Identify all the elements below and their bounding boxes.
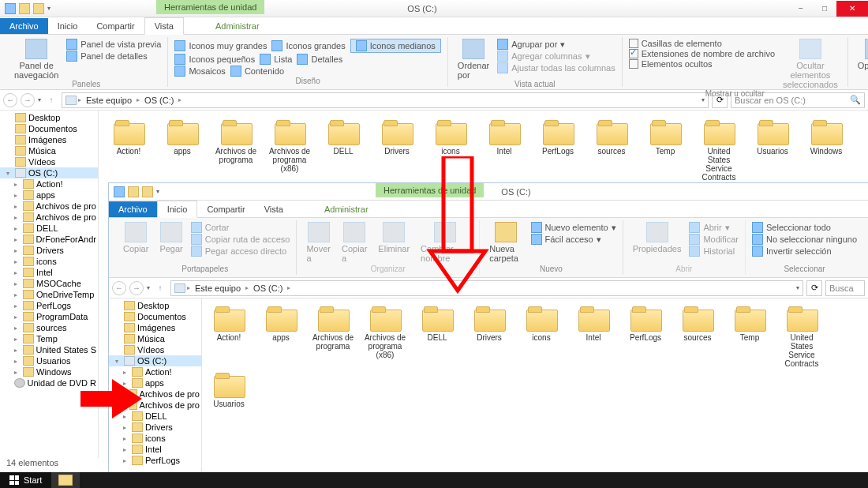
tree-item[interactable]: Unidad de DVD R xyxy=(0,377,98,389)
folder-item[interactable]: PerfLogs xyxy=(623,305,668,368)
back-button[interactable]: ← xyxy=(112,281,126,295)
properties-button[interactable]: Propiedades xyxy=(630,222,685,257)
history-drop-icon[interactable]: ▾ xyxy=(38,96,41,103)
easyaccess-button[interactable]: Fácil acceso ▾ xyxy=(531,234,616,245)
titlebar[interactable]: ▾ Herramientas de unidad OS (C:) − □ ✕ xyxy=(0,0,868,17)
tab-compartir[interactable]: Compartir xyxy=(197,201,254,217)
layout-xl[interactable]: Iconos muy grandes xyxy=(174,39,267,53)
details-pane-button[interactable]: Panel de detalles xyxy=(66,51,161,62)
folder-item[interactable]: Drivers xyxy=(375,118,419,182)
fit-columns-button[interactable]: Ajustar todas las columnas xyxy=(497,62,615,73)
crumb-drive[interactable]: OS (C:) xyxy=(250,283,286,293)
tree-item[interactable]: ▸Archivos de pro xyxy=(0,201,98,212)
nav-tree[interactable]: DesktopDocumentosImágenesMúsicaVídeos▾OS… xyxy=(109,298,202,488)
tree-item[interactable]: ▸apps xyxy=(109,377,201,389)
chk-hidden[interactable]: Elementos ocultos xyxy=(629,59,775,69)
folder-item[interactable]: DELL xyxy=(415,305,459,368)
search-input[interactable]: Busca xyxy=(825,280,865,296)
qat-icon[interactable] xyxy=(142,186,153,197)
invertsel-button[interactable]: Invertir selección xyxy=(752,246,857,257)
chk-extensions[interactable]: Extensiones de nombre de archivo xyxy=(629,49,775,58)
tab-archivo[interactable]: Archivo xyxy=(0,18,48,34)
layout-det[interactable]: Detalles xyxy=(297,54,342,65)
history-drop-icon[interactable]: ▾ xyxy=(147,284,150,291)
layout-mosaic[interactable]: Mosaicos xyxy=(174,66,225,77)
layout-list[interactable]: Lista xyxy=(260,54,292,65)
tab-archivo[interactable]: Archivo xyxy=(109,201,157,217)
tree-item[interactable]: ▸Windows xyxy=(0,366,98,377)
tree-item[interactable]: ▸DrFoneForAndr xyxy=(0,234,98,245)
tree-item[interactable]: Imágenes xyxy=(0,134,98,145)
layout-md[interactable]: Iconos medianos xyxy=(350,39,441,53)
preview-pane-button[interactable]: Panel de vista previa xyxy=(66,39,161,50)
maximize-button[interactable]: □ xyxy=(813,1,836,17)
tree-item[interactable]: Desktop xyxy=(109,300,201,311)
options-button[interactable]: Opciones xyxy=(855,39,868,70)
tree-item[interactable]: ▸United States S xyxy=(0,344,98,355)
tree-item[interactable]: ▸MSOCache xyxy=(0,278,98,289)
qat-props-icon[interactable] xyxy=(19,3,30,14)
tree-item[interactable]: ▸PerfLogs xyxy=(0,300,98,311)
history-button[interactable]: Historial xyxy=(689,246,739,257)
titlebar[interactable]: ▾ Herramientas de unidad OS (C:) xyxy=(109,183,868,201)
forward-button[interactable]: → xyxy=(129,281,144,295)
chk-item-check[interactable]: Casillas de elemento xyxy=(629,39,775,48)
tab-vista[interactable]: Vista xyxy=(144,17,184,35)
layout-sm[interactable]: Iconos pequeños xyxy=(174,54,255,65)
tree-item[interactable]: ▸Temp xyxy=(0,333,98,344)
qat-customize-icon[interactable]: ▾ xyxy=(47,5,51,12)
sort-by-button[interactable]: Ordenar por xyxy=(455,39,492,80)
copypath-button[interactable]: Copiar ruta de acceso xyxy=(191,234,290,245)
tree-item[interactable]: ▸DELL xyxy=(109,411,201,422)
breadcrumb-drop-icon[interactable]: ▾ xyxy=(796,284,799,291)
folder-item[interactable]: Intel xyxy=(482,118,526,182)
tree-item[interactable]: ▸icons xyxy=(109,433,201,444)
folder-item[interactable]: Archivos de programa xyxy=(214,118,258,182)
tree-item[interactable]: Imágenes xyxy=(109,322,201,333)
tree-item[interactable]: ▾OS (C:) xyxy=(0,167,98,178)
tree-item[interactable]: Vídeos xyxy=(109,344,201,355)
open-button[interactable]: Abrir ▾ xyxy=(689,222,739,233)
delete-button[interactable]: Eliminar xyxy=(375,222,413,263)
folder-item[interactable]: United States Service Contracts xyxy=(780,305,824,368)
selectnone-button[interactable]: No seleccionar ninguno xyxy=(752,234,857,245)
crumb-pc[interactable]: Este equipo xyxy=(83,96,135,105)
minimize-button[interactable]: − xyxy=(789,1,813,17)
start-button[interactable]: Start xyxy=(0,472,51,488)
qat-icon[interactable] xyxy=(128,186,139,197)
qat-drop-icon[interactable]: ▾ xyxy=(156,188,159,195)
breadcrumb[interactable]: ▸ Este equipo ▸ OS (C:) ▸ ▾ xyxy=(62,92,709,108)
rename-button[interactable]: Cambiar nombre xyxy=(417,222,473,263)
tree-item[interactable]: ▸Intel xyxy=(109,444,201,455)
tree-item[interactable]: ▸Archivos de pro xyxy=(109,400,201,411)
tab-inicio[interactable]: Inicio xyxy=(157,201,198,218)
tree-item[interactable]: ▸ProgramData xyxy=(0,311,98,322)
folder-item[interactable]: sources xyxy=(675,305,720,368)
tree-item[interactable]: ▸apps xyxy=(0,190,98,201)
tree-item[interactable]: Música xyxy=(0,145,98,156)
tree-item[interactable]: Documentos xyxy=(109,311,201,322)
tree-item[interactable]: ▸Intel xyxy=(0,267,98,278)
layout-lg[interactable]: Iconos grandes xyxy=(271,39,345,53)
crumb-pc[interactable]: Este equipo xyxy=(192,283,244,293)
breadcrumb[interactable]: ▸ Este equipo▸ OS (C:)▸ ▾ xyxy=(170,280,803,296)
folder-item[interactable]: Usuarios xyxy=(750,118,795,182)
cut-button[interactable]: Cortar xyxy=(191,222,290,233)
newfolder-button[interactable]: Nueva carpeta xyxy=(486,222,526,263)
tree-item[interactable]: ▸Archivos de pro xyxy=(0,212,98,223)
close-button[interactable]: ✕ xyxy=(836,1,868,17)
tree-item[interactable]: ▾OS (C:) xyxy=(109,355,201,366)
folder-item[interactable]: Drivers xyxy=(467,305,511,368)
file-grid[interactable]: Action!appsArchivos de programaArchivos … xyxy=(202,298,868,488)
folder-item[interactable]: Temp xyxy=(643,118,687,182)
tree-item[interactable]: ▸icons xyxy=(0,256,98,267)
tab-administrar[interactable]: Administrar xyxy=(206,18,269,34)
folder-item[interactable]: Archivos de programa (x86) xyxy=(363,305,407,368)
folder-item[interactable]: apps xyxy=(259,305,303,368)
folder-item[interactable]: Intel xyxy=(571,305,615,368)
tree-item[interactable]: ▸OneDriveTemp xyxy=(0,289,98,300)
folder-item[interactable]: Windows xyxy=(804,118,848,182)
tree-item[interactable]: Vídeos xyxy=(0,156,98,167)
taskbar[interactable]: Start xyxy=(0,472,868,488)
tab-administrar[interactable]: Administrar xyxy=(315,201,378,217)
